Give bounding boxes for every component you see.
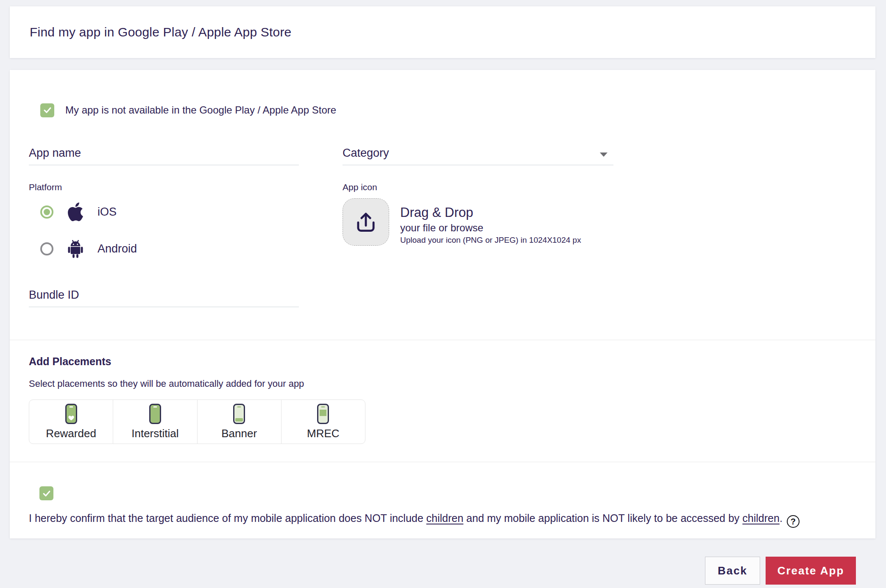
ios-label: iOS — [98, 205, 117, 219]
check-icon — [43, 105, 52, 115]
category-placeholder: Category — [343, 147, 389, 165]
dropzone-hint: Upload your icon (PNG or JPEG) in 1024X1… — [400, 235, 581, 246]
category-select[interactable]: Category — [343, 142, 613, 165]
ios-radio[interactable] — [40, 205, 53, 219]
page-title: Find my app in Google Play / Apple App S… — [30, 25, 292, 39]
heart-icon — [68, 415, 74, 421]
android-label: Android — [98, 242, 137, 255]
android-icon — [66, 239, 85, 258]
placement-label: Banner — [221, 427, 257, 440]
placement-label: MREC — [307, 427, 340, 440]
platform-option-android[interactable]: Android — [29, 238, 137, 259]
create-app-button[interactable]: Create App — [766, 557, 856, 585]
not-available-label: My app is not available in the Google Pl… — [65, 104, 336, 116]
help-icon[interactable]: ? — [787, 515, 800, 528]
app-icon-upload-row: Drag & Drop your file or browse Upload y… — [343, 198, 581, 246]
placement-rewarded[interactable]: Rewarded — [29, 400, 113, 444]
placement-label: Interstitial — [131, 427, 178, 440]
placements-subtitle: Select placements so they will be automa… — [29, 378, 304, 389]
confirm-text-2: and my mobile application is NOT likely … — [463, 512, 742, 524]
header-bar: Find my app in Google Play / Apple App S… — [10, 6, 875, 58]
placement-banner[interactable]: Banner — [197, 400, 281, 444]
section-divider — [10, 462, 875, 462]
coppa-confirm-text: I hereby confirm that the target audienc… — [29, 510, 870, 528]
app-name-field — [29, 142, 299, 165]
bundle-id-field — [29, 284, 299, 307]
dropzone-title: Drag & Drop — [400, 204, 581, 221]
placement-mrec[interactable]: MREC — [281, 400, 365, 444]
confirm-text-3: . — [780, 512, 783, 524]
children-link-1[interactable]: children — [426, 512, 464, 524]
chevron-down-icon — [600, 153, 607, 157]
placements-list: Rewarded Interstitial Banner MREC — [29, 399, 365, 444]
upload-instructions: Drag & Drop your file or browse Upload y… — [400, 198, 581, 246]
section-divider — [10, 340, 875, 340]
dropzone-subtitle: your file or browse — [400, 221, 581, 235]
phone-rewarded-icon — [65, 404, 77, 424]
placement-interstitial[interactable]: Interstitial — [113, 400, 197, 444]
platform-option-ios[interactable]: iOS — [29, 201, 117, 222]
phone-banner-icon — [233, 404, 245, 424]
check-icon — [42, 489, 51, 498]
apple-icon — [66, 202, 85, 222]
upload-icon — [354, 210, 378, 234]
not-available-checkbox[interactable] — [40, 103, 54, 117]
form-actions: Back Create App — [0, 557, 856, 585]
placements-title: Add Placements — [29, 355, 111, 368]
app-name-input[interactable] — [29, 147, 299, 165]
create-app-form-card: My app is not available in the Google Pl… — [10, 70, 875, 538]
children-link-2[interactable]: children — [742, 512, 780, 524]
confirm-text-1: I hereby confirm that the target audienc… — [29, 512, 426, 524]
app-icon-dropzone[interactable] — [343, 198, 389, 246]
platform-label: Platform — [29, 182, 62, 192]
placement-label: Rewarded — [46, 427, 96, 440]
back-button[interactable]: Back — [705, 557, 760, 585]
coppa-confirm-checkbox[interactable] — [39, 486, 53, 500]
phone-interstitial-icon — [149, 404, 161, 424]
app-icon-label: App icon — [343, 182, 377, 192]
android-radio[interactable] — [40, 242, 53, 255]
phone-mrec-icon — [317, 404, 329, 424]
store-availability-row: My app is not available in the Google Pl… — [29, 100, 336, 121]
bundle-id-input[interactable] — [29, 288, 299, 307]
